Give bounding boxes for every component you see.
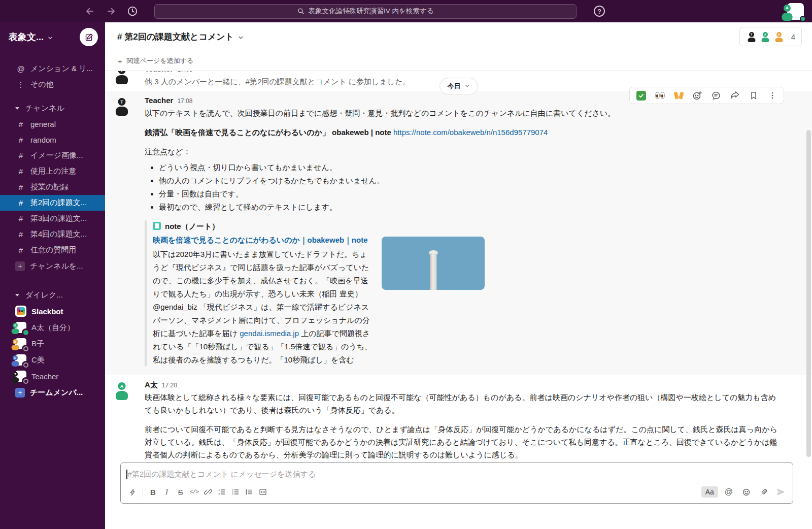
hash-icon: # xyxy=(16,120,25,128)
member-avatar: T xyxy=(746,31,757,42)
shortcuts-lightning-icon[interactable] xyxy=(126,485,140,499)
presence-offline-dot xyxy=(23,362,28,368)
blockquote-button[interactable] xyxy=(242,485,256,499)
gendai-link[interactable]: gendai.ismedia.jp xyxy=(240,329,299,338)
eyes-reaction-icon[interactable] xyxy=(654,90,665,101)
sidebar-channel-general[interactable]: #general xyxy=(0,116,105,132)
help-icon[interactable]: ? xyxy=(594,6,605,17)
sidebar-channel-usage-notes[interactable]: #使用上の注意 xyxy=(0,163,105,179)
member-avatar: B xyxy=(773,31,785,42)
ordered-list-button[interactable]: 12 xyxy=(215,485,228,499)
workspace-name: 表象文... xyxy=(9,31,44,43)
timestamp[interactable]: 17:05 xyxy=(177,71,192,73)
message-intro: 以下のテキストを読んで、次回授業日の前日までに感想・疑問・意見・批判などのコメン… xyxy=(145,107,783,119)
author-name[interactable]: Teacher xyxy=(145,96,173,105)
message-teacher: T Teacher 17:08 以下のテキストを読んで、次回授業日の前日までに感… xyxy=(105,91,812,375)
history-nav xyxy=(84,6,138,17)
avatar: B xyxy=(15,338,26,349)
sidebar-channel-class-records[interactable]: #授業の記録 xyxy=(0,179,105,195)
add-bookmark-label: 関連ページを追加する xyxy=(127,56,194,65)
timestamp[interactable]: 17:08 xyxy=(177,97,192,105)
hash-icon: # xyxy=(16,230,25,239)
sidebar-channel-session3[interactable]: #第3回の課題文... xyxy=(0,211,105,226)
link-button[interactable] xyxy=(201,485,215,499)
search-bar[interactable]: 表象文化論特殊研究演習IV 内を検索する xyxy=(154,4,577,19)
bullet-list-button[interactable] xyxy=(228,485,242,499)
reference-line: 銭清弘「映画を倍速で見ることのなにがわるいのか」 obakeweb | note… xyxy=(145,126,783,139)
sidebar-channel-questions[interactable]: #任意の質問用 xyxy=(0,242,105,258)
presence-offline-dot xyxy=(23,379,28,384)
hash-icon: # xyxy=(16,151,25,160)
add-reaction-icon[interactable] xyxy=(692,90,703,101)
sidebar-channel-session2-selected[interactable]: #第2回の課題文... xyxy=(0,195,105,211)
dm-section-header[interactable]: ダイレク... xyxy=(0,287,105,303)
bullet-item: 分量・回数は自由です。 xyxy=(159,188,783,200)
plus-icon: + xyxy=(15,388,25,398)
dm-teacher[interactable]: T Teacher xyxy=(0,368,105,384)
dm-b-ko[interactable]: B B子 xyxy=(0,336,105,352)
member-avatar: A xyxy=(760,31,771,42)
card-accent-bar xyxy=(145,220,147,367)
hash-icon: # xyxy=(16,246,25,254)
user-avatar[interactable]: A xyxy=(787,3,804,20)
compose-button[interactable] xyxy=(80,28,98,46)
show-formatting-button[interactable]: Aa xyxy=(701,486,718,498)
caret-down-icon xyxy=(15,107,19,110)
italic-button[interactable]: I xyxy=(160,485,174,499)
message-input[interactable]: #第2回の課題文献とコメント にメッセージを送信する xyxy=(121,463,793,484)
sidebar-channel-random[interactable]: #random xyxy=(0,132,105,148)
more-actions-icon[interactable] xyxy=(767,90,778,101)
invite-members-button[interactable]: + チームメンバ... xyxy=(0,384,105,401)
bold-button[interactable]: B xyxy=(146,485,160,499)
send-button[interactable] xyxy=(774,485,788,499)
sidebar-channel-image[interactable]: #イメージ画像... xyxy=(0,148,105,163)
emoji-button[interactable] xyxy=(739,485,753,499)
chevron-down-icon xyxy=(47,35,53,41)
strikethrough-button[interactable]: S xyxy=(174,485,187,499)
scrollbar-thumb[interactable] xyxy=(806,130,811,457)
author-name[interactable]: A太 xyxy=(145,380,158,390)
toolbar-divider xyxy=(143,487,143,497)
author-name[interactable]: Teacher xyxy=(145,71,173,73)
avatar: A xyxy=(15,322,26,333)
bookmark-icon[interactable] xyxy=(748,90,759,101)
bookmarks-bar[interactable]: + 関連ページを追加する xyxy=(105,51,812,71)
code-block-button[interactable] xyxy=(256,485,269,499)
date-divider-pill[interactable]: 今日 xyxy=(439,78,478,94)
hash-icon: # xyxy=(16,167,25,176)
dm-c-mi[interactable]: C C美 xyxy=(0,352,105,368)
sidebar-channel-session4[interactable]: #第4回の課題文... xyxy=(0,226,105,242)
bullet-item: 他の人のコメントにリプライをつけるかたちでもかまいません。 xyxy=(159,175,783,187)
sidebar-item-more[interactable]: ⋮ その他 xyxy=(0,77,105,92)
site-name: note（ノート） xyxy=(165,220,219,233)
workspace-header[interactable]: 表象文... xyxy=(0,22,105,52)
raised-hands-reaction-icon[interactable] xyxy=(673,90,684,101)
hash-icon: # xyxy=(16,199,25,207)
back-icon[interactable] xyxy=(84,6,95,17)
sidebar-item-mentions[interactable]: @ メンション & リ... xyxy=(0,61,105,77)
hash-icon: # xyxy=(16,136,25,144)
message-composer: #第2回の課題文献とコメント にメッセージを送信する B I S </> 12 xyxy=(120,462,793,504)
share-icon[interactable] xyxy=(729,90,740,101)
card-title-link[interactable]: 映画を倍速で見ることのなにがわるいのか｜obakeweb｜note xyxy=(153,234,375,246)
card-thumbnail-image[interactable] xyxy=(382,237,485,290)
mention-button[interactable]: @ xyxy=(722,487,736,497)
at-icon: @ xyxy=(16,64,25,73)
reference-url-link[interactable]: https://note.com/obakeweb/n/n156d9577907… xyxy=(393,128,548,137)
top-bar: 表象文化論特殊研究演習IV 内を検索する ? A xyxy=(0,0,812,22)
reply-thread-icon[interactable] xyxy=(710,90,722,101)
attach-paperclip-icon[interactable] xyxy=(757,485,770,499)
notes-bullet-list: どういう視点・切り口から書いてもかまいません。 他の人のコメントにリプライをつけ… xyxy=(145,161,783,213)
channels-section-header[interactable]: チャンネル xyxy=(0,101,105,116)
dm-slackbot[interactable]: Slackbot xyxy=(0,303,105,319)
timestamp[interactable]: 17:20 xyxy=(162,382,177,389)
add-channel-button[interactable]: + チャンネルを... xyxy=(0,258,105,274)
member-list-button[interactable]: T A B 4 xyxy=(739,27,802,46)
forward-icon[interactable] xyxy=(106,6,117,17)
history-clock-icon[interactable] xyxy=(127,6,138,17)
dm-a-ta-self[interactable]: A A太（自分） xyxy=(0,319,105,336)
channel-title[interactable]: # 第2回の課題文献とコメント xyxy=(117,31,234,43)
input-placeholder: #第2回の課題文献とコメント にメッセージを送信する xyxy=(128,470,316,479)
check-mark-reaction-icon[interactable] xyxy=(635,90,647,101)
inline-code-button[interactable]: </> xyxy=(187,485,201,499)
